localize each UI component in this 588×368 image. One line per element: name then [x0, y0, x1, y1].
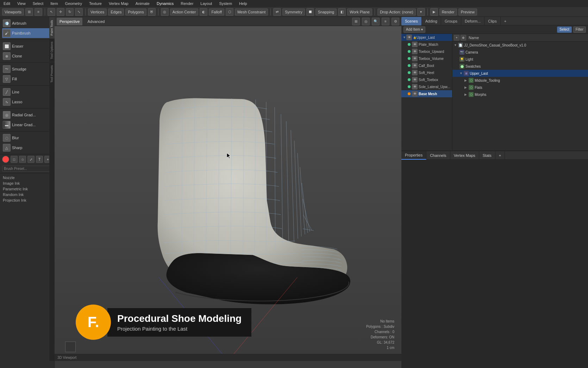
name-item-root[interactable]: ▼ 📄 JJ_DemoShoe_Casual_ShoeBoot_v1.0 [452, 42, 588, 49]
vtab-tool-options[interactable]: Tool Options [49, 38, 55, 62]
smudge-tool[interactable]: 〜 Smudge [2, 64, 52, 74]
render-icon[interactable]: ▶ [430, 8, 438, 16]
mesh-constraint-button[interactable]: Mesh Constraint [235, 8, 268, 16]
eye-toebox-volume[interactable]: 👁 [412, 56, 418, 61]
vp-icon2[interactable]: ◎ [362, 18, 370, 25]
tab-groups[interactable]: Groups [441, 17, 461, 25]
text-tool[interactable]: T [36, 156, 43, 163]
brush-preset-dropdown[interactable]: Brush Preset... [2, 166, 52, 172]
select-button[interactable]: Select [557, 26, 572, 33]
layout-icon[interactable]: ⊞ [25, 8, 33, 16]
eraser-tool[interactable]: ⬜ Eraser [2, 41, 52, 51]
scene-item-soft-heel[interactable]: 👁 Soft_Heel [401, 69, 452, 76]
scene-item-base-mesh[interactable]: 👁 Base Mesh [401, 90, 452, 97]
vtab-paint-tools[interactable]: Paint Tools [49, 17, 55, 38]
symmetry-icon[interactable]: ⇄ [273, 8, 281, 16]
parametric-ink-option[interactable]: Parametric Ink [3, 186, 51, 192]
scene-item-toebox-upward[interactable]: 👁 Toebox_Upward [401, 48, 452, 55]
snapping-button[interactable]: Snapping [315, 8, 337, 16]
star-tool[interactable]: ☆ [19, 156, 26, 163]
name-item-morphs[interactable]: ▶ ⬡ Morphs [452, 91, 588, 98]
eye-soft-toebox[interactable]: 👁 [412, 77, 418, 82]
vp-icon4[interactable]: ≡ [382, 18, 389, 25]
tab-deform[interactable]: Deform... [461, 17, 484, 25]
linear-grad-tool[interactable]: ▬ Linear Grad... [2, 120, 52, 130]
layout2-icon[interactable]: ≡ [35, 8, 42, 16]
scene-item-sole-lateral[interactable]: 👁 Sole_Lateral_Upw... [401, 83, 452, 90]
eye-plate-match[interactable]: 👁 [412, 42, 418, 47]
resize-tool[interactable]: ⤢ [27, 156, 35, 163]
fill-tool[interactable]: ▽ Fill [2, 74, 52, 84]
menu-item-dynamics[interactable]: Dynamics [155, 1, 175, 6]
preview-button[interactable]: Preview [458, 8, 477, 16]
image-ink-option[interactable]: Image Ink [3, 180, 51, 186]
name-item-flats[interactable]: ▶ ⬡ Flats [452, 84, 588, 91]
tab-scenes[interactable]: Scenes [401, 17, 422, 25]
vp-tab-perspective[interactable]: Perspective [57, 18, 82, 25]
tab-adding[interactable]: Adding [422, 17, 441, 25]
menu-item-system[interactable]: System [218, 1, 233, 6]
scale-icon[interactable]: ⤡ [75, 8, 83, 16]
name-panel-icon1[interactable]: + [454, 35, 459, 41]
menu-item-edit[interactable]: Edit [2, 1, 12, 6]
tab-props-plus[interactable]: + [495, 151, 505, 160]
target-icon[interactable]: ◎ [161, 8, 169, 16]
airbrush-tool[interactable]: 💨 Airbrush [2, 18, 52, 28]
menu-item-animate[interactable]: Animate [134, 1, 151, 6]
viewports-button[interactable]: Viewports [2, 8, 24, 16]
mesh-icon[interactable]: ⬡ [226, 8, 233, 16]
falloff-button[interactable]: Falloff [209, 8, 224, 16]
eye-calf-boot[interactable]: 👁 [412, 63, 418, 68]
clone-tool[interactable]: ⊕ Clone [2, 51, 52, 61]
shield-icon[interactable]: ⛨ [148, 8, 156, 16]
name-item-area-light[interactable]: 💡 Light [452, 56, 588, 63]
menu-item-texture[interactable]: Texture [88, 1, 103, 6]
paintbrush-tool[interactable]: 🖌 Paintbrush [2, 28, 52, 38]
menu-item-layout[interactable]: Layout [199, 1, 213, 6]
menu-item-render[interactable]: Render [179, 1, 195, 6]
edges-button[interactable]: Edges [108, 8, 124, 16]
scene-item-plate-match[interactable]: 👁 Plate_Match [401, 41, 452, 48]
eye-base-mesh[interactable]: 👁 [412, 91, 418, 97]
eye-soft-heel[interactable]: 👁 [412, 70, 418, 75]
menu-item-help[interactable]: Help [238, 1, 249, 6]
menu-item-geometry[interactable]: Geometry [64, 1, 83, 6]
eye-upper-last[interactable]: 👁 [406, 35, 412, 40]
menu-item-view[interactable]: View [16, 1, 27, 6]
random-ink-option[interactable]: Random Ink [3, 192, 51, 197]
add-item-button[interactable]: Add Item ▾ [404, 26, 425, 33]
work-plane-button[interactable]: Work Plane [347, 8, 372, 16]
render-button[interactable]: Render [439, 8, 457, 16]
square-tool[interactable]: □ [11, 156, 18, 163]
name-panel-icon2[interactable]: ⊕ [461, 35, 466, 41]
scene-item-upper-last[interactable]: ▼ 👁 🔒 Upper_Last [401, 34, 452, 41]
vp-tab-advanced[interactable]: Advanced [85, 18, 107, 25]
rotate-icon[interactable]: ↻ [66, 8, 74, 16]
scene-item-soft-toebox[interactable]: 👁 Soft_Toebox [401, 76, 452, 83]
tab-vertex-maps[interactable]: Vertex Maps [450, 151, 479, 160]
vertices-button[interactable]: Vertices [88, 8, 107, 16]
tab-plus[interactable]: + [501, 17, 510, 25]
radial-grad-tool[interactable]: ◎ Radial Grad... [2, 110, 52, 120]
vp-icon1[interactable]: ⊞ [352, 18, 360, 25]
line-tool[interactable]: ╱ Line [2, 87, 52, 97]
lasso-tool[interactable]: ∿ Lasso [2, 97, 52, 107]
polygons-button[interactable]: Polygons [125, 8, 146, 16]
scene-item-calf-boot[interactable]: 👁 Calf_Boot [401, 62, 452, 69]
vtab-tool-presets[interactable]: Tool Presets [49, 62, 55, 86]
nozzle-option[interactable]: Nozzle [3, 175, 51, 180]
circle-tool[interactable] [2, 156, 9, 163]
name-item-midsole-tooling[interactable]: ▶ ⬡ Midsole_Tooling [452, 77, 588, 84]
sharp-tool[interactable]: △ Sharp [2, 143, 52, 153]
tab-properties[interactable]: Properties [401, 151, 426, 160]
eye-toebox-upward[interactable]: 👁 [412, 49, 418, 54]
vp-icon3[interactable]: 🔍 [372, 18, 380, 25]
workplane-icon[interactable]: ◧ [338, 8, 346, 16]
tab-stats[interactable]: Stats [479, 151, 495, 160]
menu-item-vertex-map[interactable]: Vertex Map [107, 1, 130, 6]
drop-action-arrow[interactable]: ▾ [417, 8, 425, 16]
tab-clips[interactable]: Clips [484, 17, 500, 25]
move-icon[interactable]: ✛ [57, 8, 64, 16]
vp-icon5[interactable]: ⚙ [392, 18, 399, 25]
snap-icon[interactable]: 🔲 [306, 8, 314, 16]
